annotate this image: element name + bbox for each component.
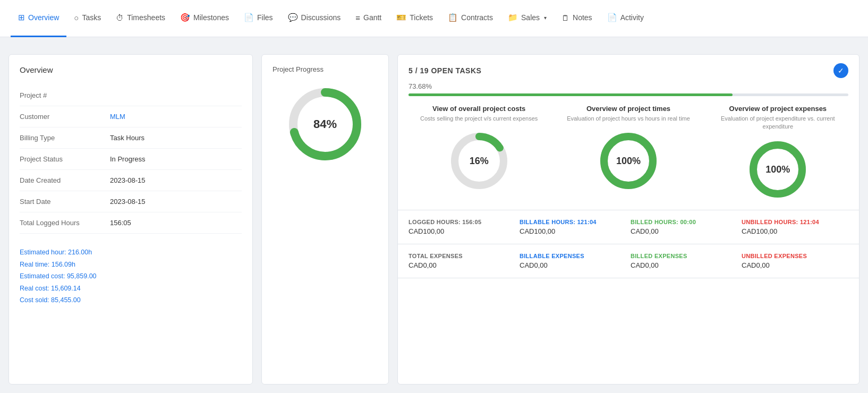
metric-unbilled-value: CAD100,00 xyxy=(742,227,848,235)
nav-item-tickets[interactable]: 🎫 Tickets xyxy=(389,0,440,37)
contracts-icon: 📋 xyxy=(448,13,458,22)
metric-billable-label: BILLABLE HOURS: 121:04 xyxy=(520,219,626,225)
label-billing: Billing Type xyxy=(20,134,110,142)
metric-logged-hours: LOGGED HOURS: 156:05 CAD100,00 xyxy=(409,219,515,235)
tasks-header: 5 / 19 OPEN TASKS ✓ xyxy=(398,55,859,82)
col-costs-title: View of overall project costs xyxy=(432,105,525,113)
info-row-customer: Customer MLM xyxy=(20,106,242,127)
hours-metrics-row: LOGGED HOURS: 156:05 CAD100,00 BILLABLE … xyxy=(398,210,859,244)
donut-label-center: 84% xyxy=(313,117,337,131)
metric-billed-expenses: BILLED EXPENSES CAD0,00 xyxy=(631,253,737,269)
donut-costs: 16% xyxy=(447,129,511,193)
nav-item-contracts[interactable]: 📋 Contracts xyxy=(440,0,500,37)
nav-item-activity[interactable]: 📄 Activity xyxy=(600,0,651,37)
col-expenses-title: Overview of project expenses xyxy=(729,105,827,113)
tasks-title: 5 / 19 OPEN TASKS xyxy=(409,66,481,75)
label-hours: Total Logged Hours xyxy=(20,219,110,227)
metric-total-exp-label: TOTAL EXPENSES xyxy=(409,253,515,259)
metric-total-expenses: TOTAL EXPENSES CAD0,00 xyxy=(409,253,515,269)
sales-icon: 📁 xyxy=(508,13,518,22)
right-panel: 5 / 19 OPEN TASKS ✓ 73.68% View of overa… xyxy=(397,54,860,385)
metric-unbilled-exp-value: CAD0,00 xyxy=(742,261,848,269)
summary-line-3: Estimated cost: 95,859.00 xyxy=(20,270,242,283)
tickets-icon: 🎫 xyxy=(396,13,406,22)
files-icon: 📄 xyxy=(244,13,254,22)
panel-title: Overview xyxy=(20,65,242,74)
col-expenses-subtitle: Evaluation of project expenditure vs. cu… xyxy=(708,115,848,131)
col-times-title: Overview of project times xyxy=(586,105,670,113)
metric-billable-exp-value: CAD0,00 xyxy=(520,261,626,269)
info-row-status: Project Status In Progress xyxy=(20,149,242,170)
nav-item-files[interactable]: 📄 Files xyxy=(236,0,280,37)
info-row-created: Date Created 2023-08-15 xyxy=(20,170,242,191)
col-times-subtitle: Evaluation of project hours vs hours in … xyxy=(567,115,690,123)
metric-unbilled-expenses: UNBILLED EXPENSES CAD0,00 xyxy=(742,253,848,269)
center-title: Project Progress xyxy=(273,65,324,73)
gantt-icon: ≡ xyxy=(355,13,360,22)
value-customer[interactable]: MLM xyxy=(110,113,125,121)
tasks-icon: ○ xyxy=(74,13,79,22)
value-created: 2023-08-15 xyxy=(110,176,146,184)
nav-item-milestones[interactable]: 🎯 Milestones xyxy=(173,0,236,37)
col-project-costs: View of overall project costs Costs sell… xyxy=(409,105,549,210)
summary-line-4: Real cost: 15,609.14 xyxy=(20,283,242,295)
nav-item-notes[interactable]: 🗒 Notes xyxy=(554,0,600,37)
overview-icon: ⊞ xyxy=(18,13,25,22)
nav-item-sales[interactable]: 📁 Sales ▾ xyxy=(500,0,554,37)
metric-billable-value: CAD100,00 xyxy=(520,227,626,235)
value-hours: 156:05 xyxy=(110,219,131,227)
summary-line-1: Estimated hour: 216.00h xyxy=(20,246,242,259)
left-panel: Overview Project # Customer MLM Billing … xyxy=(8,54,253,385)
progress-percentage: 73.68% xyxy=(398,82,859,90)
donut-times-label: 100% xyxy=(616,156,641,167)
metric-total-exp-value: CAD0,00 xyxy=(409,261,515,269)
metric-logged-value: CAD100,00 xyxy=(409,227,515,235)
milestones-icon: 🎯 xyxy=(180,13,190,22)
metric-billable-exp-label: BILLABLE EXPENSES xyxy=(520,253,626,259)
value-status: In Progress xyxy=(110,155,145,163)
metric-billed-hours: BILLED HOURS: 00:00 CAD0,00 xyxy=(631,219,737,235)
metric-billable-hours: BILLABLE HOURS: 121:04 CAD100,00 xyxy=(520,219,626,235)
donut-expenses-label: 100% xyxy=(765,164,790,175)
metric-billed-exp-value: CAD0,00 xyxy=(631,261,737,269)
summary-line-5: Cost sold: 85,455.00 xyxy=(20,294,242,306)
metric-unbilled-exp-label: UNBILLED EXPENSES xyxy=(742,253,848,259)
check-icon: ✓ xyxy=(833,63,848,78)
summary-line-2: Real time: 156.09h xyxy=(20,259,242,271)
nav-item-timesheets[interactable]: ⏱ Timesheets xyxy=(108,0,173,37)
center-panel: Project Progress 84% xyxy=(261,54,389,385)
donut-times: 100% xyxy=(597,129,660,193)
donut-costs-label: 16% xyxy=(470,156,489,167)
nav-item-tasks[interactable]: ○ Tasks xyxy=(66,0,108,37)
info-row-hours: Total Logged Hours 156:05 xyxy=(20,212,242,234)
notes-icon: 🗒 xyxy=(561,13,569,22)
info-row-project: Project # xyxy=(20,85,242,106)
col-project-expenses: Overview of project expenses Evaluation … xyxy=(708,105,848,210)
label-customer: Customer xyxy=(20,113,110,121)
three-columns: View of overall project costs Costs sell… xyxy=(398,96,859,210)
metric-logged-label: LOGGED HOURS: 156:05 xyxy=(409,219,515,225)
info-row-start: Start Date 2023-08-15 xyxy=(20,191,242,212)
metric-billed-value: CAD0,00 xyxy=(631,227,737,235)
label-status: Project Status xyxy=(20,155,110,163)
project-progress-donut: 84% xyxy=(283,82,368,167)
summary-box: Estimated hour: 216.00h Real time: 156.0… xyxy=(20,242,242,311)
metric-unbilled-label: UNBILLED HOURS: 121:04 xyxy=(742,219,848,225)
discussions-icon: 💬 xyxy=(288,13,298,22)
nav-item-gantt[interactable]: ≡ Gantt xyxy=(348,0,389,37)
metric-billable-expenses: BILLABLE EXPENSES CAD0,00 xyxy=(520,253,626,269)
chevron-down-icon: ▾ xyxy=(544,15,547,21)
nav-item-overview[interactable]: ⊞ Overview xyxy=(11,0,66,37)
nav-item-discussions[interactable]: 💬 Discussions xyxy=(280,0,348,37)
value-billing: Task Hours xyxy=(110,134,144,142)
expenses-metrics-row: TOTAL EXPENSES CAD0,00 BILLABLE EXPENSES… xyxy=(398,244,859,278)
metric-billed-exp-label: BILLED EXPENSES xyxy=(631,253,737,259)
timesheets-icon: ⏱ xyxy=(116,13,124,22)
activity-icon: 📄 xyxy=(607,13,617,22)
donut-expenses: 100% xyxy=(746,138,810,201)
label-project: Project # xyxy=(20,91,110,99)
label-created: Date Created xyxy=(20,176,110,184)
top-navigation: ⊞ Overview ○ Tasks ⏱ Timesheets 🎯 Milest… xyxy=(0,0,868,37)
info-row-billing: Billing Type Task Hours xyxy=(20,127,242,149)
col-project-times: Overview of project times Evaluation of … xyxy=(558,105,699,210)
